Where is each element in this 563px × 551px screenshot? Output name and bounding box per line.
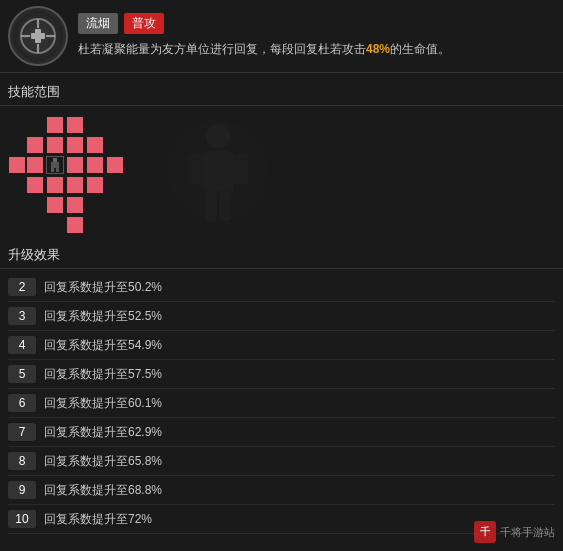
level-description: 回复系数提升至65.8% — [44, 453, 162, 470]
grid-cell — [46, 136, 64, 154]
svg-rect-19 — [233, 154, 248, 184]
level-number: 9 — [8, 481, 36, 499]
grid-cell — [66, 216, 84, 234]
level-row: 9回复系数提升至68.8% — [8, 476, 555, 505]
svg-rect-17 — [203, 151, 233, 191]
svg-rect-6 — [31, 33, 45, 39]
grid-cell — [26, 156, 44, 174]
level-description: 回复系数提升至60.1% — [44, 395, 162, 412]
grid-cell — [66, 156, 84, 174]
skill-icon — [8, 6, 68, 66]
skill-description: 杜若凝聚能量为友方单位进行回复，每段回复杜若攻击48%的生命值。 — [78, 40, 555, 59]
levelup-section: 2回复系数提升至50.2%3回复系数提升至52.5%4回复系数提升至54.9%5… — [0, 269, 563, 538]
level-number: 4 — [8, 336, 36, 354]
watermark: 千 千将手游站 — [474, 521, 555, 543]
level-row: 2回复系数提升至50.2% — [8, 273, 555, 302]
level-row: 7回复系数提升至62.9% — [8, 418, 555, 447]
grid-cell — [26, 176, 44, 194]
level-number: 10 — [8, 510, 36, 528]
level-number: 6 — [8, 394, 36, 412]
level-row: 10回复系数提升至72% — [8, 505, 555, 534]
watermark-text: 千将手游站 — [500, 525, 555, 540]
tag-liuyan: 流烟 — [78, 13, 118, 34]
grid-cell — [46, 176, 64, 194]
svg-point-9 — [24, 35, 27, 38]
level-description: 回复系数提升至54.9% — [44, 337, 162, 354]
level-description: 回复系数提升至62.9% — [44, 424, 162, 441]
level-description: 回复系数提升至57.5% — [44, 366, 162, 383]
skill-info: 流烟 普攻 杜若凝聚能量为友方单位进行回复，每段回复杜若攻击48%的生命值。 — [78, 13, 555, 59]
player-figure-icon — [48, 158, 62, 172]
grid-cell — [46, 116, 64, 134]
skill-tags: 流烟 普攻 — [78, 13, 555, 34]
levelup-section-title: 升级效果 — [0, 240, 563, 269]
svg-rect-13 — [51, 168, 54, 172]
level-description: 回复系数提升至52.5% — [44, 308, 162, 325]
skill-range-section — [0, 106, 563, 236]
level-number: 5 — [8, 365, 36, 383]
skill-range-grid — [8, 116, 148, 226]
grid-cell — [86, 176, 104, 194]
level-row: 5回复系数提升至57.5% — [8, 360, 555, 389]
skill-icon-svg — [18, 16, 58, 56]
watermark-logo: 千 — [474, 521, 496, 543]
grid-cell — [26, 136, 44, 154]
level-description: 回复系数提升至72% — [44, 511, 152, 528]
svg-point-16 — [206, 124, 230, 148]
level-row: 3回复系数提升至52.5% — [8, 302, 555, 331]
skill-header: 流烟 普攻 杜若凝聚能量为友方单位进行回复，每段回复杜若攻击48%的生命值。 — [0, 0, 563, 73]
svg-rect-14 — [56, 168, 59, 172]
range-bg-figure — [158, 116, 555, 226]
grid-cell — [66, 176, 84, 194]
level-number: 8 — [8, 452, 36, 470]
grid-cell — [86, 156, 104, 174]
svg-point-7 — [37, 22, 40, 25]
level-number: 2 — [8, 278, 36, 296]
grid-cell — [106, 156, 124, 174]
grid-cell — [66, 116, 84, 134]
svg-rect-11 — [53, 158, 57, 162]
grid-cell — [86, 136, 104, 154]
level-number: 3 — [8, 307, 36, 325]
grid-cell — [66, 136, 84, 154]
background-character — [158, 116, 278, 226]
skill-icon-inner — [13, 11, 63, 61]
level-number: 7 — [8, 423, 36, 441]
grid-cell — [46, 196, 64, 214]
skill-desc-text1: 杜若凝聚能量为友方单位进行回复，每段回复杜若攻击 — [78, 42, 366, 56]
svg-rect-21 — [219, 191, 231, 221]
grid-cell-center — [46, 156, 64, 174]
svg-rect-18 — [188, 154, 203, 184]
grid-cell — [66, 196, 84, 214]
level-row: 8回复系数提升至65.8% — [8, 447, 555, 476]
level-row: 6回复系数提升至60.1% — [8, 389, 555, 418]
skill-desc-highlight: 48% — [366, 42, 390, 56]
svg-rect-20 — [205, 191, 217, 221]
svg-point-10 — [50, 35, 53, 38]
grid-cell — [8, 156, 26, 174]
svg-point-8 — [37, 48, 40, 51]
level-row: 4回复系数提升至54.9% — [8, 331, 555, 360]
skill-desc-text2: 的生命值。 — [390, 42, 450, 56]
range-section-title: 技能范围 — [0, 77, 563, 106]
tag-pugong: 普攻 — [124, 13, 164, 34]
svg-rect-12 — [51, 162, 59, 168]
level-description: 回复系数提升至50.2% — [44, 279, 162, 296]
level-description: 回复系数提升至68.8% — [44, 482, 162, 499]
